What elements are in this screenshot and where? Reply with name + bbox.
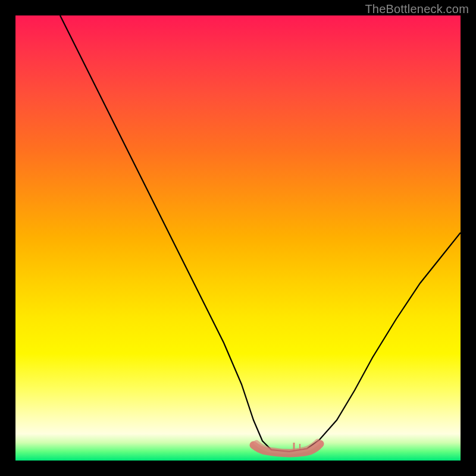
bottleneck-curve [60,15,461,452]
optimal-zone-marker [253,441,320,453]
plot-area [15,15,461,461]
watermark-text: TheBottleneck.com [365,2,469,16]
curve-layer [15,15,461,461]
chart-container: TheBottleneck.com [0,0,476,476]
